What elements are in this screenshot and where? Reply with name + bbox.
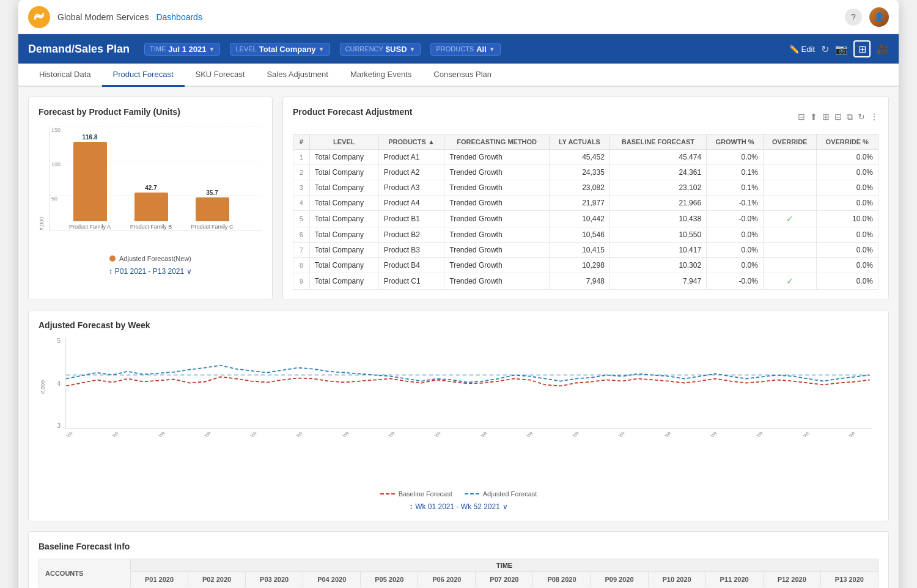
cell-baseline: 21,966	[609, 196, 706, 211]
cell-num: 4	[293, 196, 310, 211]
expand-icon[interactable]: ⊞	[822, 112, 830, 122]
lc-filter-arrow-icon: ↕	[409, 502, 413, 511]
more-icon[interactable]: ⋮	[870, 112, 878, 122]
cell-override[interactable]: ✓	[763, 211, 816, 227]
forecast-panel: Product Forecast Adjustment ⊟ ⬆ ⊞ ⊟ ⧉ ↻ …	[282, 97, 889, 300]
cell-method: Trended Growth	[444, 150, 550, 165]
table-row: 2 Total Company Product A2 Trended Growt…	[293, 165, 878, 180]
cell-num: 2	[293, 165, 310, 180]
cell-override-pct: 0.0%	[816, 180, 878, 196]
filter-icon[interactable]: ⊟	[798, 112, 805, 122]
time-header: TIME	[131, 559, 878, 572]
col-header-num: #	[293, 134, 310, 150]
camera-icon[interactable]: 📷	[835, 43, 847, 55]
cell-baseline: 10,550	[609, 227, 706, 243]
cell-baseline: 45,474	[609, 150, 706, 165]
col-header-level[interactable]: LEVEL	[309, 134, 378, 150]
col-header-override-pct[interactable]: OVERRIDE %	[816, 134, 878, 150]
app-window: Global Modern Services Dashboards ? 👤 De…	[18, 0, 899, 588]
cell-override[interactable]	[763, 196, 816, 211]
top-navigation: Global Modern Services Dashboards ? 👤	[18, 0, 899, 34]
tab-consensus-plan[interactable]: Consensus Plan	[422, 64, 503, 87]
avatar[interactable]: 👤	[869, 7, 889, 27]
line-chart-time-filter[interactable]: ↕ Wk 01 2021 - Wk 52 2021 ∨	[39, 502, 878, 511]
col-header-ly[interactable]: LY ACTUALS	[550, 134, 610, 150]
cell-override-pct: 10.0%	[816, 211, 878, 227]
cell-product: Product B1	[378, 211, 444, 227]
col-header-override[interactable]: OVERRIDE	[763, 134, 816, 150]
baseline-col-header: P10 2020	[648, 572, 705, 587]
cell-num: 7	[293, 243, 310, 258]
cell-baseline: 10,438	[609, 211, 706, 227]
bar-chart-panel: Forecast by Product Family (Units) #,000…	[28, 97, 273, 300]
line-chart-legend: Baseline Forecast Adjusted Forecast	[39, 490, 878, 498]
cell-growth: 0.0%	[707, 258, 764, 273]
tab-product-forecast[interactable]: Product Forecast	[102, 64, 185, 87]
cell-level: Total Company	[309, 273, 378, 290]
copy-icon[interactable]: ⧉	[847, 112, 853, 122]
cell-product: Product A2	[378, 165, 444, 180]
cell-baseline: 10,417	[609, 243, 706, 258]
tab-sales-adjustment[interactable]: Sales Adjustment	[256, 64, 339, 87]
video-icon[interactable]: 🎥	[877, 43, 889, 55]
dashboards-link[interactable]: Dashboards	[156, 12, 202, 22]
col-header-products[interactable]: PRODUCTS ▲	[378, 134, 444, 150]
header-actions: ✏️ Edit ↻ 📷 ⊞ 🎥	[789, 40, 889, 57]
chart-time-filter[interactable]: ↕ P01 2021 - P13 2021 ∨	[39, 267, 262, 276]
col-header-baseline[interactable]: BASELINE FORECAST	[609, 134, 706, 150]
cell-ly-actuals: 7,948	[550, 273, 610, 290]
baseline-table-wrapper: ACCOUNTS TIME P01 2020P02 2020P03 2020P0…	[39, 559, 878, 588]
filter-arrow-icon: ↕	[109, 267, 112, 276]
cell-override-pct: 0.0%	[816, 196, 878, 211]
col-header-method[interactable]: FORECASTING METHOD	[444, 134, 550, 150]
cell-ly-actuals: 23,082	[550, 180, 610, 196]
level-filter[interactable]: LEVEL Total Company ▼	[230, 43, 330, 56]
export-icon[interactable]: ⬆	[810, 112, 817, 122]
tab-marketing-events[interactable]: Marketing Events	[339, 64, 422, 87]
cell-ly-actuals: 10,415	[550, 243, 610, 258]
cell-override-pct: 0.0%	[816, 258, 878, 273]
baseline-col-header: P13 2020	[820, 572, 878, 587]
grid-view-button[interactable]: ⊞	[853, 40, 871, 57]
edit-button[interactable]: ✏️ Edit	[789, 45, 815, 54]
tabs-bar: Historical Data Product Forecast SKU For…	[18, 64, 899, 87]
time-filter[interactable]: TIME Jul 1 2021 ▼	[144, 43, 220, 56]
cell-override[interactable]	[763, 227, 816, 243]
forecast-table: # LEVEL PRODUCTS ▲ FORECASTING METHOD LY…	[293, 134, 878, 290]
collapse-icon[interactable]: ⊟	[834, 112, 842, 122]
currency-filter[interactable]: CURRENCY $USD ▼	[340, 43, 421, 56]
cell-override[interactable]	[763, 165, 816, 180]
cell-override[interactable]	[763, 258, 816, 273]
top-row: Forecast by Product Family (Units) #,000…	[28, 97, 889, 300]
cell-growth: 0.0%	[707, 243, 764, 258]
cell-ly-actuals: 45,452	[550, 150, 610, 165]
cell-product: Product B4	[378, 258, 444, 273]
baseline-col-header: P07 2020	[476, 572, 533, 587]
cell-num: 8	[293, 258, 310, 273]
cell-level: Total Company	[309, 165, 378, 180]
chart-legend: Adjusted Forecast(New)	[39, 255, 262, 262]
lc-dropdown-icon: ∨	[503, 502, 508, 511]
tab-historical-data[interactable]: Historical Data	[28, 64, 102, 87]
cell-level: Total Company	[309, 227, 378, 243]
cell-override[interactable]	[763, 243, 816, 258]
baseline-section: Baseline Forecast Info ACCOUNTS TIME P01…	[28, 531, 889, 588]
cell-override[interactable]: ✓	[763, 273, 816, 290]
products-filter[interactable]: PRODUCTS All ▼	[430, 43, 500, 56]
cell-num: 9	[293, 273, 310, 290]
refresh-icon[interactable]: ↻	[821, 43, 829, 55]
accounts-header: ACCOUNTS	[39, 559, 131, 587]
col-header-growth[interactable]: GROWTH %	[707, 134, 764, 150]
cell-baseline: 10,302	[609, 258, 706, 273]
cell-product: Product C1	[378, 273, 444, 290]
company-name: Global Modern Services	[57, 12, 149, 22]
currency-chevron-icon: ▼	[410, 46, 416, 53]
help-icon[interactable]: ?	[845, 9, 862, 26]
cell-product: Product A1	[378, 150, 444, 165]
cell-override[interactable]	[763, 180, 816, 196]
cell-override[interactable]	[763, 150, 816, 165]
page-header: Demand/Sales Plan TIME Jul 1 2021 ▼ LEVE…	[18, 34, 899, 64]
tab-sku-forecast[interactable]: SKU Forecast	[185, 64, 256, 87]
cell-level: Total Company	[309, 243, 378, 258]
refresh-table-icon[interactable]: ↻	[858, 112, 865, 122]
